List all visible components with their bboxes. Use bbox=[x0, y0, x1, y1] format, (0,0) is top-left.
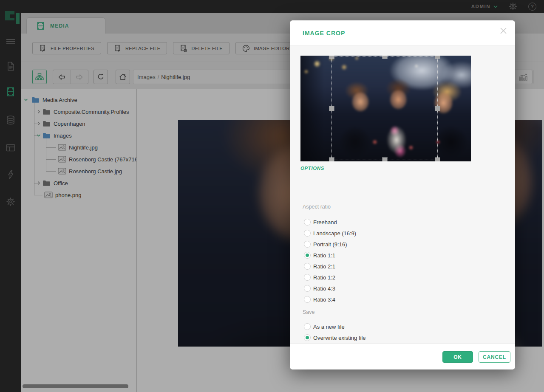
radio-label: Ratio 3:4 bbox=[313, 296, 335, 303]
radio-freehand[interactable]: Freehand bbox=[304, 217, 337, 227]
crop-selection-box[interactable] bbox=[332, 56, 438, 160]
radio-landscape-16-9[interactable]: Landscape (16:9) bbox=[304, 228, 356, 238]
radio-ratio-3-4[interactable]: Ratio 3:4 bbox=[304, 295, 335, 304]
dialog-title: IMAGE CROP bbox=[303, 30, 345, 37]
radio-icon[interactable] bbox=[304, 263, 311, 270]
cms-media-screen: ADMIN ? bbox=[0, 0, 544, 392]
options-heading: OPTIONS bbox=[300, 166, 324, 171]
crop-handle-e[interactable] bbox=[435, 106, 440, 111]
radio-icon[interactable] bbox=[304, 219, 311, 226]
radio-label: Ratio 4:3 bbox=[313, 285, 335, 292]
radio-label: Ratio 1:1 bbox=[313, 252, 335, 259]
crop-handle-s[interactable] bbox=[382, 158, 387, 161]
radio-ratio-4-3[interactable]: Ratio 4:3 bbox=[304, 284, 335, 293]
close-icon[interactable] bbox=[500, 27, 507, 34]
radio-ratio-1-1[interactable]: Ratio 1:1 bbox=[304, 251, 335, 260]
crop-handle-n[interactable] bbox=[382, 56, 387, 59]
radio-icon[interactable] bbox=[304, 323, 311, 330]
radio-overwrite-existing-file[interactable]: Overwrite existing file bbox=[304, 333, 366, 342]
radio-icon-selected[interactable] bbox=[304, 252, 311, 259]
radio-icon[interactable] bbox=[304, 274, 311, 281]
radio-icon-selected[interactable] bbox=[304, 334, 311, 341]
radio-ratio-2-1[interactable]: Ratio 2:1 bbox=[304, 262, 335, 271]
radio-label: Ratio 1:2 bbox=[313, 274, 335, 281]
image-crop-dialog: IMAGE CROP OPTIONS Aspe bbox=[290, 20, 515, 369]
radio-label: Portrait (9:16) bbox=[313, 241, 347, 248]
radio-icon[interactable] bbox=[304, 285, 311, 292]
dialog-footer: OK CANCEL bbox=[290, 344, 515, 369]
aspect-ratio-heading: Aspect ratio bbox=[303, 204, 331, 210]
ok-button[interactable]: OK bbox=[442, 351, 473, 363]
radio-label: Freehand bbox=[313, 219, 337, 226]
cancel-button[interactable]: CANCEL bbox=[479, 351, 510, 363]
save-heading: Save bbox=[303, 309, 315, 315]
radio-ratio-1-2[interactable]: Ratio 1:2 bbox=[304, 273, 335, 282]
crop-preview-image bbox=[300, 56, 471, 161]
crop-handle-sw[interactable] bbox=[329, 158, 334, 161]
radio-label: Ratio 2:1 bbox=[313, 263, 335, 270]
radio-label: Landscape (16:9) bbox=[313, 230, 356, 237]
radio-label: Overwrite existing file bbox=[313, 335, 366, 341]
radio-portrait-9-16[interactable]: Portrait (9:16) bbox=[304, 240, 347, 249]
crop-handle-se[interactable] bbox=[435, 158, 440, 161]
dialog-body: OPTIONS Aspect ratio Freehand Landscape … bbox=[290, 46, 515, 344]
radio-icon[interactable] bbox=[304, 230, 311, 237]
crop-handle-nw[interactable] bbox=[329, 56, 334, 59]
crop-handle-w[interactable] bbox=[329, 106, 334, 111]
radio-icon[interactable] bbox=[304, 296, 311, 303]
radio-save-as-new-file[interactable]: As a new file bbox=[304, 322, 345, 331]
radio-label: As a new file bbox=[313, 324, 345, 330]
dialog-header: IMAGE CROP bbox=[290, 20, 515, 46]
radio-icon[interactable] bbox=[304, 241, 311, 248]
crop-handle-ne[interactable] bbox=[435, 56, 440, 59]
